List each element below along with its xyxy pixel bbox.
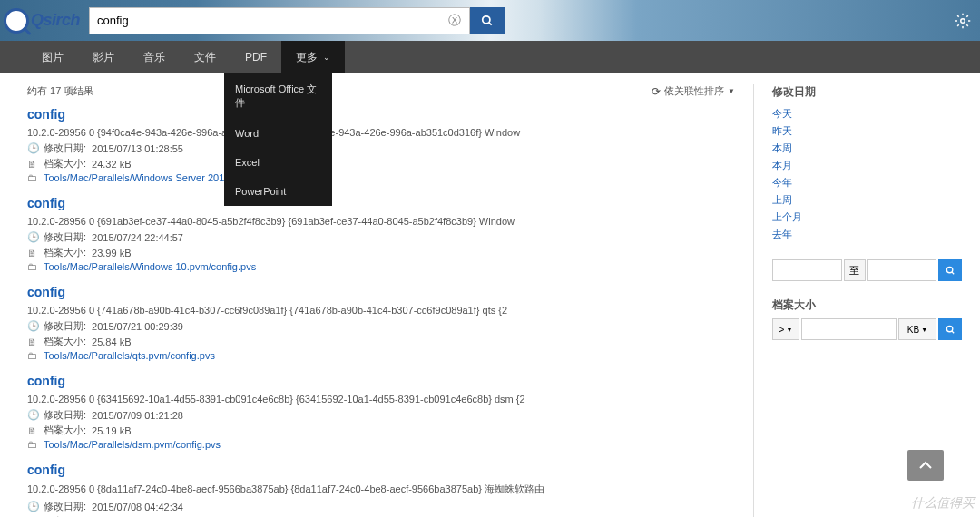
size-value-input[interactable] <box>801 318 897 340</box>
svg-line-4 <box>951 271 953 273</box>
size-label: 档案大小: <box>44 335 86 348</box>
caret-down-icon: ▼ <box>921 327 927 333</box>
dropdown-item-excel[interactable]: Excel <box>224 148 332 177</box>
folder-icon: 🗀 <box>27 350 38 361</box>
size-unit-select[interactable]: KB▼ <box>898 318 936 340</box>
folder-icon: 🗀 <box>27 439 38 450</box>
sidebar-size-title: 档案大小 <box>772 298 962 313</box>
result-snippet: 10.2.0-28956 0 {63415692-10a1-4d55-8391-… <box>27 394 753 405</box>
date-filter-link[interactable]: 上周 <box>772 191 962 209</box>
clear-search-icon[interactable]: ⓧ <box>448 13 461 29</box>
folder-icon: 🗀 <box>27 261 38 272</box>
svg-point-3 <box>946 267 952 272</box>
result-title[interactable]: config <box>27 463 753 477</box>
result-path[interactable]: Tools/Mac/Parallels/dsm.pvm/config.pvs <box>44 439 220 450</box>
size-label: 档案大小: <box>44 157 86 171</box>
gear-icon <box>955 13 971 29</box>
tab-more[interactable]: 更多 ⌄ <box>281 41 345 73</box>
date-from-input[interactable] <box>772 259 842 281</box>
app-logo: Qsirch <box>4 8 80 34</box>
search-icon <box>946 325 956 335</box>
svg-line-6 <box>951 330 953 332</box>
date-filter-link[interactable]: 本周 <box>772 140 962 157</box>
chevron-down-icon: ⌄ <box>323 53 330 62</box>
tab-files[interactable]: 文件 <box>180 41 230 73</box>
watermark: 什么值得买 <box>911 495 975 512</box>
size-label: 档案大小: <box>44 246 86 259</box>
search-button[interactable] <box>470 7 505 34</box>
size-value: 23.99 kB <box>92 248 131 258</box>
mod-date-value: 2015/07/08 04:42:34 <box>92 502 183 512</box>
logo-text: Qsirch <box>31 11 80 30</box>
mod-date-label: 修改日期: <box>44 141 86 155</box>
tab-music[interactable]: 音乐 <box>129 41 180 73</box>
date-filter-link[interactable]: 今天 <box>772 105 962 122</box>
size-op-select[interactable]: >▼ <box>772 318 799 340</box>
filter-tabs: 图片 影片 音乐 文件 PDF 更多 ⌄ <box>0 41 980 73</box>
mod-date-value: 2015/07/21 00:29:39 <box>92 321 183 332</box>
clock-icon: 🕒 <box>27 231 38 243</box>
mod-date-label: 修改日期: <box>44 230 86 244</box>
tab-images[interactable]: 图片 <box>27 41 78 73</box>
date-filter-link[interactable]: 去年 <box>772 226 962 243</box>
svg-point-0 <box>483 15 490 23</box>
result-count: 约有 17 项结果 <box>27 84 93 98</box>
size-value: 24.32 kB <box>92 159 131 170</box>
dropdown-item-office[interactable]: Microsoft Office 文件 <box>224 73 332 119</box>
clock-icon: 🕒 <box>27 409 38 421</box>
mod-date-label: 修改日期: <box>44 408 86 422</box>
svg-point-2 <box>961 18 965 23</box>
chevron-up-icon <box>918 461 933 470</box>
file-icon: 🗎 <box>27 425 38 436</box>
svg-line-1 <box>489 22 492 24</box>
dropdown-item-powerpoint[interactable]: PowerPoint <box>224 177 332 206</box>
search-result: config10.2.0-28956 0 {63415692-10a1-4d55… <box>27 374 753 450</box>
result-snippet: 10.2.0-28956 0 {691ab3ef-ce37-44a0-8045-… <box>27 216 753 227</box>
result-title[interactable]: config <box>27 107 753 122</box>
sort-label: 依关联性排序 <box>664 84 724 98</box>
search-result: config10.2.0-28956 0 {8da11af7-24c0-4be8… <box>27 463 753 517</box>
tab-more-label: 更多 <box>296 50 318 65</box>
scroll-to-top-button[interactable] <box>907 450 944 481</box>
mod-date-label: 修改日期: <box>44 319 86 333</box>
result-snippet: 10.2.0-28956 0 {8da11af7-24c0-4be8-aecf-… <box>27 483 753 496</box>
tab-pdf[interactable]: PDF <box>230 41 281 73</box>
refresh-icon: ⟳ <box>652 85 661 98</box>
date-filter-link[interactable]: 上个月 <box>772 209 962 226</box>
result-title[interactable]: config <box>27 285 753 299</box>
dropdown-item-word[interactable]: Word <box>224 119 332 148</box>
mod-date-value: 2015/07/09 01:21:28 <box>92 410 183 421</box>
more-dropdown: Microsoft Office 文件 Word Excel PowerPoin… <box>224 73 332 206</box>
mod-date-value: 2015/07/24 22:44:57 <box>92 232 183 243</box>
mod-date-label: 修改日期: <box>44 500 86 513</box>
search-icon <box>481 15 494 27</box>
result-path[interactable]: Tools/Mac/Parallels/Windows 10.pvm/confi… <box>44 261 256 272</box>
date-search-button[interactable] <box>938 259 962 281</box>
settings-button[interactable] <box>955 13 971 29</box>
file-icon: 🗎 <box>27 159 38 170</box>
date-filter-link[interactable]: 今年 <box>772 174 962 191</box>
result-snippet: 10.2.0-28956 0 {94f0ca4e-943a-426e-996a-… <box>27 127 753 138</box>
search-icon <box>946 266 956 276</box>
size-label: 档案大小: <box>44 424 86 437</box>
clock-icon: 🕒 <box>27 501 38 512</box>
caret-down-icon: ▼ <box>786 327 792 333</box>
file-icon: 🗎 <box>27 337 38 347</box>
search-result: config10.2.0-28956 0 {691ab3ef-ce37-44a0… <box>27 196 753 272</box>
result-title[interactable]: config <box>27 196 753 210</box>
clock-icon: 🕒 <box>27 142 38 154</box>
caret-down-icon: ▼ <box>728 87 735 95</box>
date-filter-link[interactable]: 昨天 <box>772 122 962 140</box>
result-title[interactable]: config <box>27 374 753 388</box>
size-search-button[interactable] <box>938 318 962 340</box>
clock-icon: 🕒 <box>27 320 38 332</box>
size-value: 25.19 kB <box>92 425 131 436</box>
date-filter-link[interactable]: 本月 <box>772 157 962 174</box>
svg-point-5 <box>946 326 952 331</box>
date-to-input[interactable] <box>867 259 937 281</box>
tab-videos[interactable]: 影片 <box>78 41 129 73</box>
sort-dropdown[interactable]: ⟳ 依关联性排序 ▼ <box>652 84 735 98</box>
result-path[interactable]: Tools/Mac/Parallels/qts.pvm/config.pvs <box>44 350 215 361</box>
search-input[interactable] <box>89 7 470 34</box>
folder-icon: 🗀 <box>27 172 38 183</box>
